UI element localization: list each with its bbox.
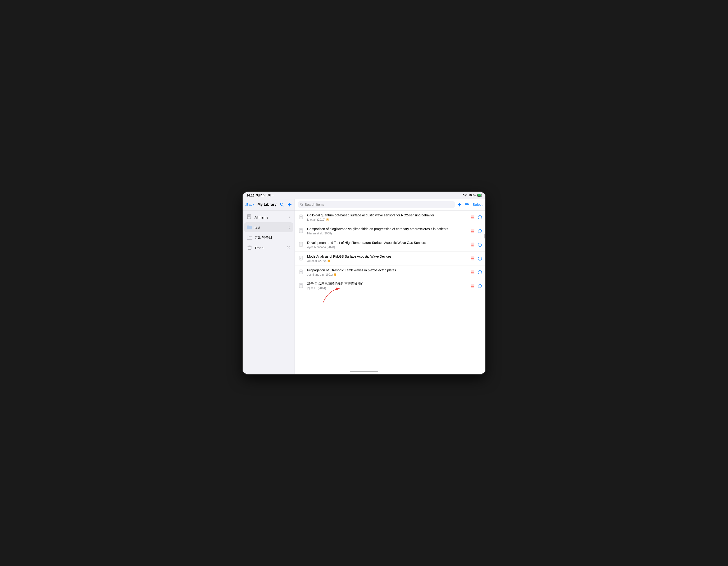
svg-text:PDF: PDF (471, 272, 474, 273)
sidebar-list: All Items 7 test 6 (243, 210, 295, 374)
item-actions-5: PDF (471, 270, 482, 275)
sidebar-item-all-items[interactable]: All Items 7 (244, 212, 293, 222)
search-bar-container[interactable] (298, 201, 455, 208)
table-row[interactable]: Mode Analysis of Pt/LGS Surface Acoustic… (295, 252, 485, 265)
pdf-icon-6: PDF (471, 284, 475, 288)
svg-rect-10 (248, 246, 251, 250)
item-author-5: Joshi and Jin (1991) (307, 273, 333, 276)
content-actions: Select (457, 202, 482, 207)
item-title-4: Mode Analysis of Pt/LGS Surface Acoustic… (307, 254, 471, 259)
item-info-5: Propagation of ultrasonic Lamb waves in … (307, 268, 471, 276)
doc-icon-6 (298, 283, 305, 289)
status-left: 14:15 3月15日周一 (246, 193, 274, 197)
table-row[interactable]: Propagation of ultrasonic Lamb waves in … (295, 265, 485, 279)
sidebar-header-right (280, 202, 292, 207)
status-date: 3月15日周一 (256, 193, 274, 197)
info-icon-2[interactable] (478, 229, 482, 233)
search-input[interactable] (305, 203, 453, 206)
table-row[interactable]: Development and Test of High Temperature… (295, 238, 485, 252)
battery-percent: 100% (469, 194, 476, 197)
item-actions-6: PDF (471, 284, 482, 288)
item-actions-3: PDF (471, 242, 482, 247)
info-icon-4[interactable] (478, 256, 482, 261)
item-subtitle-6: 周 et al. (2014) (307, 286, 471, 290)
item-title-1: Colloidal quantum dot-based surface acou… (307, 213, 471, 217)
doc-icon-4 (298, 255, 305, 262)
select-button[interactable]: Select (473, 202, 482, 206)
trash-icon (247, 245, 252, 250)
sidebar-header: ‹ Back My Library (243, 199, 295, 210)
item-subtitle-5: Joshi and Jin (1991) (307, 273, 471, 276)
svg-point-63 (480, 271, 480, 272)
info-icon-3[interactable] (478, 243, 482, 247)
doc-icon-5 (298, 269, 305, 276)
status-right: 100% (463, 194, 482, 197)
exports-label: 导出的条目 (255, 235, 287, 240)
info-icon-5[interactable] (478, 270, 482, 274)
pdf-icon-5: PDF (471, 270, 475, 275)
content-header: Select (295, 199, 485, 210)
back-button[interactable]: ‹ Back (245, 202, 254, 207)
bookmark-icon-1 (326, 218, 329, 221)
svg-rect-64 (299, 283, 303, 288)
item-subtitle-2: Nissen et al. (2008) (307, 232, 471, 235)
svg-rect-6 (247, 215, 251, 219)
svg-rect-19 (299, 215, 303, 219)
all-items-label: All Items (255, 215, 287, 219)
folder-icon (247, 225, 252, 230)
svg-text:PDF: PDF (471, 231, 474, 232)
svg-rect-37 (299, 242, 303, 246)
add-button[interactable] (287, 202, 292, 207)
svg-point-36 (480, 230, 480, 231)
svg-line-3 (282, 205, 284, 206)
sidebar-item-test[interactable]: test 6 (244, 222, 293, 232)
table-row[interactable]: Comparison of pioglitazone vs glimepirid… (295, 224, 485, 238)
info-icon-1[interactable] (478, 215, 482, 219)
item-title-2: Comparison of pioglitazone vs glimepirid… (307, 227, 471, 231)
search-icon (300, 203, 303, 206)
table-row[interactable]: Colloidal quantum dot-based surface acou… (295, 210, 485, 224)
doc-icon-2 (298, 228, 305, 234)
item-subtitle-1: Li et al. (2019) (307, 218, 471, 221)
sidebar-item-exports[interactable]: 导出的条目 (244, 233, 293, 242)
item-author-6: 周 et al. (2014) (307, 286, 326, 290)
pdf-icon-4: PDF (471, 256, 475, 261)
trash-label: Trash (255, 246, 287, 250)
doc-icon-3 (298, 242, 305, 248)
item-info-3: Development and Test of High Temperature… (307, 241, 471, 249)
svg-rect-46 (299, 256, 303, 260)
main-content: ‹ Back My Library (243, 199, 485, 374)
search-button[interactable] (280, 202, 284, 207)
ipad-frame: 14:15 3月15日周一 100% (243, 192, 485, 374)
item-actions-2: PDF (471, 229, 482, 233)
wifi-icon (463, 194, 467, 197)
svg-rect-28 (299, 228, 303, 233)
svg-point-54 (480, 258, 480, 258)
pdf-icon-2: PDF (471, 229, 475, 233)
item-info-2: Comparison of pioglitazone vs glimepirid… (307, 227, 471, 235)
items-list: Colloidal quantum dot-based surface acou… (295, 210, 485, 374)
item-author-3: Ayes Moncada (2020) (307, 246, 335, 249)
item-subtitle-4: Xu et al. (2020) (307, 259, 471, 263)
item-actions-4: PDF (471, 256, 482, 261)
home-indicator (350, 371, 378, 372)
chevron-left-icon: ‹ (245, 202, 246, 207)
status-time: 14:15 (246, 194, 254, 197)
sidebar-title: My Library (257, 202, 277, 207)
svg-text:PDF: PDF (471, 258, 474, 260)
add-item-button[interactable] (457, 202, 462, 207)
info-icon-6[interactable] (478, 284, 482, 288)
select-label: Select (473, 202, 482, 206)
item-author-4: Xu et al. (2020) (307, 259, 327, 263)
sidebar-item-trash[interactable]: Trash 20 (244, 243, 293, 253)
pdf-icon-3: PDF (471, 242, 475, 247)
status-bar: 14:15 3月15日周一 100% (243, 192, 485, 199)
test-label: test (255, 225, 287, 229)
svg-point-45 (480, 244, 480, 244)
item-title-6: 基于 ZnO压电薄膜的柔性声表面波器件 (307, 282, 471, 286)
table-row[interactable]: 基于 ZnO压电薄膜的柔性声表面波器件 周 et al. (2014) PDF (295, 279, 485, 293)
svg-rect-55 (299, 270, 303, 274)
sort-button[interactable] (465, 203, 469, 206)
item-author-2: Nissen et al. (2008) (307, 232, 332, 235)
svg-line-14 (302, 205, 303, 206)
